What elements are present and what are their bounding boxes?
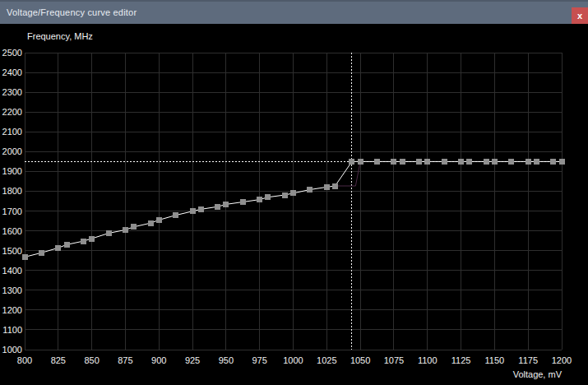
curve-point-1181.25mV[interactable] (534, 159, 539, 165)
y-tick-label: 1200 (2, 305, 22, 315)
x-tick-label: 1075 (384, 355, 404, 365)
x-tick-label: 1100 (418, 355, 438, 365)
y-tick-label: 2500 (2, 48, 22, 58)
curve-point-1000mV[interactable] (290, 190, 296, 196)
y-axis-title: Frequency, MHz (27, 31, 93, 41)
y-tick-label: 1400 (2, 266, 22, 276)
x-tick-label: 825 (51, 355, 66, 365)
vf-curve-chart: 8008258508759009259509751000102510501075… (0, 0, 588, 385)
ghost-curve-line (336, 161, 361, 186)
x-tick-label: 1150 (485, 355, 505, 365)
x-tick-label: 1200 (552, 355, 572, 365)
x-axis-title: Voltage, mV (513, 369, 563, 379)
curve-point-1100mV[interactable] (424, 159, 430, 165)
y-tick-label: 1800 (2, 186, 22, 196)
y-tick-label: 2300 (2, 87, 22, 97)
x-tick-label: 925 (185, 355, 200, 365)
curve-point-1200mV[interactable] (559, 159, 565, 165)
curve-point-1175mV[interactable] (525, 159, 531, 165)
curve-point-1143.75mV[interactable] (484, 159, 489, 165)
curve-point-800mV[interactable] (22, 254, 28, 260)
curve-point-1031.25mV[interactable] (332, 183, 338, 189)
x-tick-label: 1125 (451, 355, 471, 365)
x-tick-label: 975 (252, 355, 267, 365)
x-tick-label: 850 (84, 355, 99, 365)
y-tick-label: 2000 (2, 146, 22, 156)
curve-point-1025mV[interactable] (324, 184, 330, 190)
x-tick-label: 1000 (283, 355, 303, 365)
curve-point-1150mV[interactable] (492, 159, 498, 165)
curve-point-993.75mV[interactable] (282, 192, 288, 198)
x-tick-label: 875 (118, 355, 132, 365)
y-tick-label: 1100 (2, 325, 22, 335)
curve-point-950mV[interactable] (223, 202, 229, 207)
curve-point-900mV[interactable] (156, 217, 162, 223)
y-tick-label: 2100 (2, 127, 22, 137)
curve-point-925mV[interactable] (190, 208, 196, 214)
y-tick-label: 1300 (2, 285, 22, 295)
y-tick-label: 1000 (2, 345, 22, 355)
curve-point-893.75mV[interactable] (148, 220, 154, 226)
curve-point-1075mV[interactable] (391, 159, 396, 165)
x-tick-label: 950 (219, 355, 234, 365)
curve-point-1125mV[interactable] (458, 159, 464, 165)
curve-point-1162.5mV[interactable] (508, 159, 514, 165)
x-tick-label: 1050 (350, 355, 370, 365)
curve-point-962.5mV[interactable] (240, 199, 246, 205)
curve-point-1062.5mV[interactable] (374, 159, 380, 165)
curve-point-1043.75mV[interactable] (349, 159, 354, 165)
y-tick-label: 1600 (2, 226, 22, 236)
y-tick-label: 2400 (2, 67, 22, 77)
x-tick-label: 1175 (518, 355, 538, 365)
curve-point-1012.5mV[interactable] (307, 187, 313, 192)
curve-point-825mV[interactable] (55, 245, 61, 251)
curve-point-881.25mV[interactable] (131, 224, 137, 230)
y-tick-label: 1700 (2, 206, 22, 216)
curve-point-981.25mV[interactable] (265, 194, 271, 200)
y-tick-label: 1900 (2, 166, 22, 176)
curve-point-1050mV[interactable] (358, 159, 363, 165)
curve-point-812.5mV[interactable] (39, 250, 44, 256)
curve-point-862.5mV[interactable] (106, 230, 112, 236)
y-tick-label: 2200 (2, 107, 22, 117)
curve-point-875mV[interactable] (123, 227, 128, 233)
curve-point-943.75mV[interactable] (215, 204, 220, 210)
y-tick-label: 1500 (2, 246, 22, 256)
curve-point-912.5mV[interactable] (173, 212, 178, 218)
curve-point-831.25mV[interactable] (64, 242, 70, 248)
x-tick-label: 900 (151, 355, 166, 365)
curve-point-1193.75mV[interactable] (550, 159, 556, 165)
x-tick-label: 1025 (317, 355, 336, 365)
curve-point-1093.75mV[interactable] (416, 159, 422, 165)
curve-point-1081.25mV[interactable] (400, 159, 405, 165)
curve-point-843.75mV[interactable] (81, 239, 86, 244)
curve-point-850mV[interactable] (89, 236, 95, 242)
curve-point-975mV[interactable] (257, 197, 262, 202)
curve-point-1112.5mV[interactable] (442, 159, 447, 165)
curve-point-931.25mV[interactable] (198, 206, 204, 212)
x-tick-label: 800 (17, 355, 32, 365)
curve-point-1131.25mV[interactable] (466, 159, 472, 165)
